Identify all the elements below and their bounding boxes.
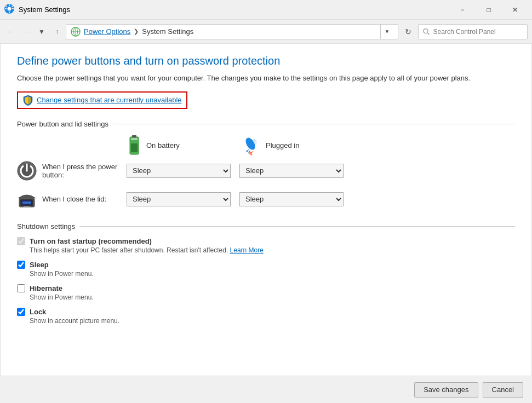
page-description: Choose the power settings that you want … bbox=[17, 73, 515, 84]
back-button[interactable]: ← bbox=[4, 25, 18, 38]
lock-desc: Show in account picture menu. bbox=[30, 317, 515, 325]
breadcrumb-part1: Power Options bbox=[84, 27, 130, 36]
hibernate-label[interactable]: Hibernate bbox=[17, 284, 515, 292]
lock-row: Lock Show in account picture menu. bbox=[17, 308, 515, 325]
lock-label[interactable]: Lock bbox=[17, 308, 515, 316]
hibernate-checkbox[interactable] bbox=[17, 284, 25, 292]
svg-rect-2 bbox=[9, 4, 10, 6]
dropdown-recent-button[interactable]: ▼ bbox=[35, 25, 48, 38]
plugged-in-icon bbox=[242, 136, 261, 156]
address-field[interactable]: Power Options ❯ System Settings ▼ bbox=[66, 24, 398, 39]
breadcrumb-part2: System Settings bbox=[142, 27, 193, 36]
shield-icon bbox=[22, 95, 33, 106]
power-settings-table: On battery Plugged in bbox=[17, 135, 515, 209]
column-headers: On battery Plugged in bbox=[127, 135, 515, 157]
close-button[interactable]: ✕ bbox=[502, 2, 528, 18]
fast-startup-desc: This helps start your PC faster after sh… bbox=[30, 246, 515, 254]
hibernate-text: Hibernate bbox=[30, 284, 62, 292]
address-bar: ← → ▼ ↑ Power Options ❯ System Settings … bbox=[0, 20, 532, 44]
change-settings-box: Change settings that are currently unava… bbox=[17, 91, 187, 109]
svg-point-18 bbox=[244, 136, 257, 151]
shutdown-settings: Turn on fast startup (recommended) This … bbox=[17, 237, 515, 325]
power-button-plugged-select[interactable]: Sleep Do nothing Hibernate Shut down Tur… bbox=[239, 164, 344, 178]
footer: Save changes Cancel bbox=[0, 376, 532, 403]
lid-plugged-select[interactable]: Sleep Do nothing Hibernate Shut down Tur… bbox=[239, 192, 344, 206]
search-input[interactable] bbox=[433, 28, 523, 36]
lid-row: When I close the lid: Sleep Do nothing H… bbox=[17, 189, 515, 209]
lid-battery-select[interactable]: Sleep Do nothing Hibernate Shut down Tur… bbox=[127, 192, 231, 206]
page-title: Define power buttons and turn on passwor… bbox=[17, 55, 515, 67]
svg-point-1 bbox=[8, 7, 12, 11]
forward-button[interactable]: → bbox=[20, 25, 33, 38]
power-button-battery-select[interactable]: Sleep Do nothing Hibernate Shut down Tur… bbox=[127, 164, 231, 178]
svg-rect-16 bbox=[131, 143, 138, 152]
cancel-button[interactable]: Cancel bbox=[483, 382, 523, 398]
hibernate-row: Hibernate Show in Power menu. bbox=[17, 284, 515, 301]
learn-more-link[interactable]: Learn More bbox=[230, 246, 264, 254]
svg-line-13 bbox=[427, 32, 430, 34]
power-button-section-header: Power button and lid settings bbox=[17, 120, 515, 128]
svg-rect-3 bbox=[9, 11, 10, 13]
power-button-label: When I press the power button: bbox=[42, 163, 127, 179]
sleep-label[interactable]: Sleep bbox=[17, 261, 515, 269]
plugged-column-label: Plugged in bbox=[266, 141, 299, 149]
power-button-row: When I press the power button: Sleep Do … bbox=[17, 161, 515, 181]
battery-icon bbox=[127, 135, 142, 157]
sleep-row: Sleep Show in Power menu. bbox=[17, 261, 515, 278]
lid-label: When I close the lid: bbox=[42, 195, 106, 203]
shutdown-section-header: Shutdown settings bbox=[17, 222, 515, 231]
svg-point-12 bbox=[424, 28, 428, 33]
svg-rect-17 bbox=[131, 138, 138, 140]
svg-rect-28 bbox=[24, 206, 30, 207]
minimize-button[interactable]: − bbox=[450, 2, 475, 18]
lock-checkbox[interactable] bbox=[17, 308, 25, 316]
fast-startup-text: Turn on fast startup (recommended) bbox=[30, 237, 152, 245]
lid-label-cell: When I close the lid: bbox=[17, 189, 127, 209]
sleep-text: Sleep bbox=[30, 261, 49, 269]
up-button[interactable]: ↑ bbox=[50, 25, 64, 38]
maximize-button[interactable]: □ bbox=[476, 2, 501, 18]
hibernate-desc: Show in Power menu. bbox=[30, 293, 515, 301]
svg-rect-4 bbox=[5, 8, 7, 9]
power-button-icon bbox=[17, 161, 37, 181]
save-changes-button[interactable]: Save changes bbox=[414, 382, 478, 398]
breadcrumb-separator: ❯ bbox=[134, 28, 139, 35]
refresh-button[interactable]: ↻ bbox=[401, 24, 416, 39]
svg-rect-5 bbox=[12, 8, 14, 9]
change-settings-link[interactable]: Change settings that are currently unava… bbox=[37, 96, 182, 104]
search-icon bbox=[423, 28, 430, 36]
search-box[interactable] bbox=[418, 24, 528, 39]
lock-text: Lock bbox=[30, 308, 46, 316]
svg-rect-15 bbox=[132, 135, 136, 137]
fast-startup-label[interactable]: Turn on fast startup (recommended) bbox=[17, 237, 515, 245]
sleep-desc: Show in Power menu. bbox=[30, 270, 515, 278]
sleep-checkbox[interactable] bbox=[17, 261, 25, 269]
svg-rect-30 bbox=[22, 202, 31, 204]
lid-icon bbox=[17, 189, 37, 209]
fast-startup-checkbox[interactable] bbox=[17, 237, 25, 245]
title-bar: System Settings − □ ✕ bbox=[0, 0, 532, 20]
lid-dropdowns: Sleep Do nothing Hibernate Shut down Tur… bbox=[127, 192, 344, 206]
battery-column-header: On battery bbox=[127, 135, 242, 157]
window-title: System Settings bbox=[19, 5, 70, 14]
app-icon bbox=[4, 4, 14, 15]
power-button-dropdowns: Sleep Do nothing Hibernate Shut down Tur… bbox=[127, 164, 344, 178]
window-controls: − □ ✕ bbox=[450, 2, 528, 18]
power-button-label-cell: When I press the power button: bbox=[17, 161, 127, 181]
address-dropdown-button[interactable]: ▼ bbox=[380, 24, 393, 39]
plugged-column-header: Plugged in bbox=[242, 135, 357, 157]
main-content: Define power buttons and turn on passwor… bbox=[0, 44, 532, 376]
battery-column-label: On battery bbox=[146, 141, 180, 149]
fast-startup-row: Turn on fast startup (recommended) This … bbox=[17, 237, 515, 254]
globe-icon bbox=[71, 27, 81, 37]
